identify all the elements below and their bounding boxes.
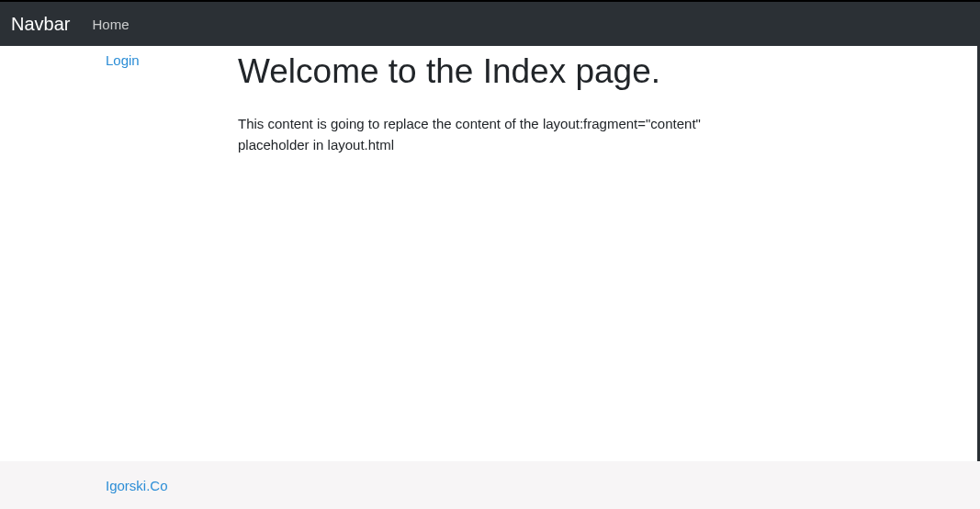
footer: Igorski.Co <box>0 461 980 509</box>
login-link[interactable]: Login <box>106 52 140 68</box>
footer-link[interactable]: Igorski.Co <box>106 478 168 493</box>
main-area: Login Welcome to the Index page. This co… <box>0 46 980 461</box>
page-title: Welcome to the Index page. <box>238 52 734 91</box>
page-body: This content is going to replace the con… <box>238 114 734 155</box>
navbar: Navbar Home <box>0 2 980 46</box>
content-wrap: Login Welcome to the Index page. This co… <box>0 46 980 509</box>
navbar-brand[interactable]: Navbar <box>11 14 70 35</box>
navbar-item-home[interactable]: Home <box>84 17 136 32</box>
page-content: Welcome to the Index page. This content … <box>238 52 734 155</box>
